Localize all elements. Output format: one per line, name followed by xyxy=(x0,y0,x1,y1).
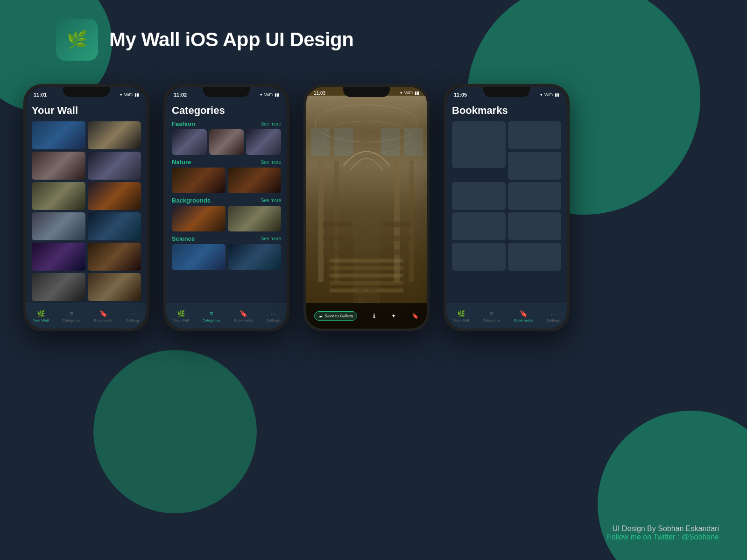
thumb-city[interactable] xyxy=(32,121,85,149)
thumb-fashion-2[interactable] xyxy=(209,129,244,155)
thumb-nature-1[interactable] xyxy=(172,168,226,193)
bm-thumb-rushmore2[interactable] xyxy=(508,182,562,210)
phones-container: 11:01 ▾ WiFi ▮▮ Your Wall xyxy=(23,84,570,331)
see-more-nature[interactable]: See more xyxy=(261,160,281,165)
tab-settings-1[interactable]: ··· Settings xyxy=(126,310,140,322)
screen-bookmarks: Bookmarks xyxy=(446,101,567,303)
svg-rect-6 xyxy=(318,161,324,282)
category-name-science: Science xyxy=(172,235,195,242)
tab-your-wall-2[interactable]: 🌿 Your Wall xyxy=(173,310,189,322)
tab-icon-settings-2: ··· xyxy=(270,310,276,317)
category-name-fashion: Fashion xyxy=(172,120,195,127)
tab-settings-2[interactable]: ··· Settings xyxy=(266,310,280,322)
thumb-building[interactable] xyxy=(32,182,85,210)
tab-icon-categories-2: ≡ xyxy=(210,310,213,317)
tab-label-set: Settings xyxy=(126,318,140,322)
detail-time: 11:03 xyxy=(314,91,325,96)
thumb-fashion-3[interactable] xyxy=(246,129,281,155)
tab-bar-4: 🌿 Your Wall ≡ Categories 🔖 Bookmarks ···… xyxy=(446,303,567,329)
tab-icon-categories: ≡ xyxy=(70,310,73,317)
category-backgrounds: Backgrounds See more xyxy=(172,197,281,231)
svg-rect-17 xyxy=(323,236,351,241)
notch-3 xyxy=(343,87,390,97)
tab-label-bm-4: Bookmarks xyxy=(514,318,533,322)
category-header-backgrounds: Backgrounds See more xyxy=(172,197,281,204)
thumb-nature-2[interactable] xyxy=(228,168,282,193)
tab-icon-home-4: 🌿 xyxy=(457,310,465,317)
tab-bookmarks-4[interactable]: 🔖 Bookmarks xyxy=(514,310,533,322)
time-2: 11:02 xyxy=(174,92,187,98)
svg-rect-19 xyxy=(383,222,411,227)
thumb-sci-1[interactable] xyxy=(172,244,226,270)
tab-label-set-2: Settings xyxy=(266,318,280,322)
save-gallery-btn[interactable]: ☁ Save to Gallery xyxy=(314,311,358,321)
tab-label-set-4: Settings xyxy=(546,318,560,322)
bm-col-right-1 xyxy=(508,121,562,180)
category-fashion: Fashion See more xyxy=(172,120,281,155)
backgrounds-thumbs xyxy=(172,206,281,231)
see-more-backgrounds[interactable]: See more xyxy=(261,198,281,203)
tab-settings-4[interactable]: ··· Settings xyxy=(546,310,560,322)
bookmark-btn[interactable]: 🔖 xyxy=(412,313,419,319)
tab-your-wall-4[interactable]: 🌿 Your Wall xyxy=(453,310,469,322)
tab-categories-2[interactable]: ≡ Categories xyxy=(202,310,220,322)
bm-thumb-panda[interactable] xyxy=(508,212,562,240)
screen-your-wall: Your Wall xyxy=(26,101,147,303)
thumb-rushmore[interactable] xyxy=(32,212,85,240)
thumb-sci-2[interactable] xyxy=(228,244,282,270)
footer-twitter: Follow me on Twitter : @Sobhane xyxy=(607,533,719,541)
see-more-fashion[interactable]: See more xyxy=(261,121,281,126)
thumb-street[interactable] xyxy=(88,273,141,301)
app-icon-emoji: 🌿 xyxy=(67,30,88,49)
svg-rect-4 xyxy=(381,128,400,156)
tab-bookmarks-1[interactable]: 🔖 Bookmarks xyxy=(94,310,113,322)
science-thumbs xyxy=(172,244,281,270)
tab-label-wall: Your Wall xyxy=(33,318,49,322)
tab-label-cat-4: Categories xyxy=(482,318,500,322)
thumb-bg-1[interactable] xyxy=(172,206,226,231)
tab-label-wall-4: Your Wall xyxy=(453,318,469,322)
bm-thumb-snail[interactable] xyxy=(508,121,562,149)
notch-1 xyxy=(63,87,110,97)
tab-categories-4[interactable]: ≡ Categories xyxy=(482,310,500,322)
thumb-eiffel[interactable] xyxy=(88,212,141,240)
your-wall-title: Your Wall xyxy=(32,105,141,117)
bm-thumb-landscape[interactable] xyxy=(508,152,562,180)
tab-bar-2: 🌿 Your Wall ≡ Categories 🔖 Bookmarks ···… xyxy=(166,303,287,329)
bm-thumb-rose[interactable] xyxy=(452,121,506,168)
svg-rect-21 xyxy=(383,250,411,255)
bm-thumb-railroad[interactable] xyxy=(452,182,506,210)
nature-thumbs xyxy=(172,168,281,193)
tab-bookmarks-2[interactable]: 🔖 Bookmarks xyxy=(234,310,253,322)
thumb-tunnel[interactable] xyxy=(88,121,141,149)
thumb-sunset[interactable] xyxy=(88,182,141,210)
fashion-thumbs xyxy=(172,129,281,155)
share-btn[interactable]: ✦ xyxy=(391,313,396,319)
thumb-hands[interactable] xyxy=(32,273,85,301)
bm-thumb-city[interactable] xyxy=(508,243,562,271)
bm-thumb-temple[interactable] xyxy=(452,212,506,240)
time-1: 11:01 xyxy=(34,92,47,98)
bookmarks-title: Bookmarks xyxy=(452,105,561,117)
tab-categories-1[interactable]: ≡ Categories xyxy=(62,310,80,322)
thumb-ballet[interactable] xyxy=(32,152,85,180)
svg-rect-3 xyxy=(334,128,353,156)
tab-label-bm: Bookmarks xyxy=(94,318,113,322)
bg-decoration-bl xyxy=(93,350,257,513)
tab-label-cat: Categories xyxy=(62,318,80,322)
thumb-person[interactable] xyxy=(88,152,141,180)
tab-your-wall-1[interactable]: 🌿 Your Wall xyxy=(33,310,49,322)
info-btn[interactable]: ℹ xyxy=(373,313,375,319)
thumb-fashion-1[interactable] xyxy=(172,129,207,155)
thumb-city2[interactable] xyxy=(32,243,85,271)
thumb-bg-2[interactable] xyxy=(228,206,282,231)
church-svg xyxy=(306,96,427,329)
category-header-nature: Nature See more xyxy=(172,159,281,166)
see-more-science[interactable]: See more xyxy=(261,236,281,241)
screen-categories: Categories Fashion See more xyxy=(166,101,287,303)
bm-thumb-redfox[interactable] xyxy=(452,243,506,271)
tab-label-wall-2: Your Wall xyxy=(173,318,189,322)
thumb-wood[interactable] xyxy=(88,243,141,271)
svg-rect-5 xyxy=(404,128,423,156)
status-icons-4: ▾ WiFi ▮▮ xyxy=(540,92,559,97)
